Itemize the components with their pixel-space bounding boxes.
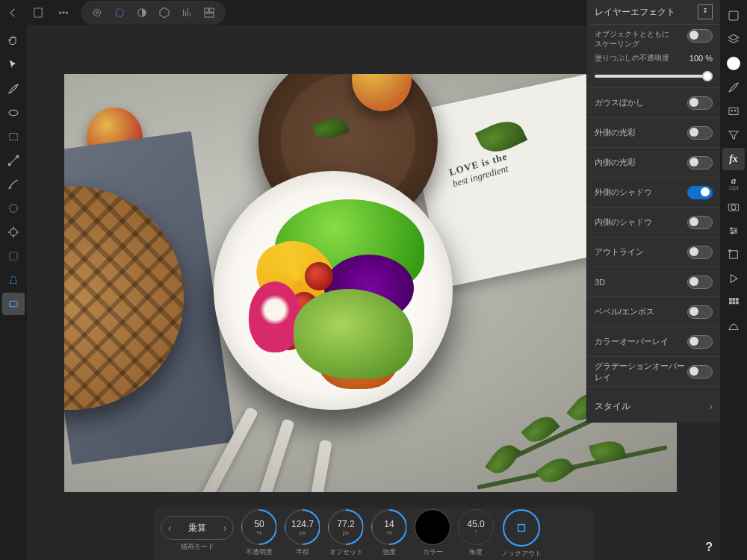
persona-develop[interactable] <box>131 2 152 23</box>
svg-rect-12 <box>10 134 18 140</box>
studio-panel-tabs: fx a12pt <box>720 0 747 560</box>
persona-export[interactable] <box>199 2 220 23</box>
svg-rect-31 <box>729 298 732 301</box>
svg-point-6 <box>116 9 124 17</box>
effect-toggle[interactable] <box>687 216 713 229</box>
effect-row[interactable]: 内側の光彩 <box>587 148 720 178</box>
fx-icon[interactable]: fx <box>722 148 745 170</box>
more-menu[interactable] <box>51 0 76 25</box>
svg-rect-20 <box>729 11 738 20</box>
chevron-right-icon[interactable]: › <box>217 522 233 534</box>
macros-play-icon[interactable] <box>722 267 745 290</box>
color-well[interactable] <box>415 509 450 545</box>
persona-switcher <box>81 1 226 25</box>
salad-plate <box>214 171 453 410</box>
persona-liquify[interactable] <box>109 2 130 23</box>
stock-icon[interactable] <box>722 100 745 122</box>
document[interactable]: LOVE is thebest ingredient <box>64 74 677 492</box>
svg-point-25 <box>731 205 736 210</box>
svg-rect-0 <box>34 8 43 17</box>
effect-row[interactable]: 外側の光彩 <box>587 118 720 148</box>
svg-rect-36 <box>736 302 739 305</box>
effect-row[interactable]: グラデーションオーバーレイ <box>587 357 720 387</box>
pin-button[interactable] <box>698 4 713 19</box>
color-icon[interactable] <box>722 52 745 75</box>
perspective-tool[interactable] <box>2 269 25 291</box>
text-styles-icon[interactable]: a12pt <box>722 172 745 194</box>
effect-toggle[interactable] <box>687 96 713 110</box>
effect-toggle[interactable] <box>687 365 713 379</box>
histogram-icon[interactable] <box>722 315 745 337</box>
move-tool[interactable] <box>2 54 25 76</box>
gradient-tool[interactable] <box>2 149 25 172</box>
effect-toggle[interactable] <box>687 156 713 169</box>
persona-tonemap[interactable] <box>154 2 175 23</box>
filter-icon[interactable] <box>722 124 745 146</box>
param-dial[interactable]: 50% <box>241 509 277 545</box>
svg-point-5 <box>96 12 99 14</box>
clone-tool[interactable] <box>2 173 25 196</box>
effect-toggle[interactable] <box>687 305 713 319</box>
chevron-left-icon[interactable]: ‹ <box>161 522 178 534</box>
effect-row[interactable]: ガウスぼかし <box>587 88 720 118</box>
svg-point-2 <box>63 12 64 13</box>
svg-point-16 <box>10 205 18 213</box>
brushes-icon[interactable] <box>722 76 745 99</box>
swatches-icon[interactable] <box>722 291 745 314</box>
chevron-right-icon: › <box>709 400 713 412</box>
persona-photo[interactable] <box>87 2 108 23</box>
effect-row[interactable]: 内側のシャドウ <box>587 208 720 237</box>
layer-effects-panel: レイヤーエフェクト オブジェクトとともに スケーリング 塗りつぶしの不透明度 1… <box>586 0 720 423</box>
selection-rect-tool[interactable] <box>2 125 25 148</box>
svg-point-28 <box>731 232 733 234</box>
knockout-button[interactable] <box>503 509 540 547</box>
svg-rect-32 <box>733 298 736 301</box>
panel-title: レイヤーエフェクト <box>595 6 698 19</box>
effect-toggle[interactable] <box>687 126 713 140</box>
styles-row[interactable]: スタイル › <box>587 390 720 423</box>
develop-tool[interactable] <box>2 197 25 220</box>
svg-rect-29 <box>730 251 738 259</box>
mesh-warp-tool[interactable] <box>2 245 25 267</box>
effect-row[interactable]: ベベル/エンボス <box>587 297 720 327</box>
camera-icon[interactable] <box>722 196 745 218</box>
blend-mode-selector[interactable]: ‹ 乗算 › <box>161 516 234 540</box>
effect-toggle[interactable] <box>687 335 713 349</box>
svg-rect-37 <box>518 525 525 532</box>
param-dial[interactable]: 124.7px <box>285 509 320 545</box>
tools-panel <box>0 25 27 560</box>
transform-icon[interactable] <box>722 243 745 266</box>
crop-tool[interactable] <box>2 221 25 243</box>
hand-tool[interactable] <box>2 30 25 52</box>
param-dial[interactable]: 45.0° <box>458 509 494 545</box>
param-dial[interactable]: 77.2px <box>328 509 364 545</box>
fill-opacity-label: 塗りつぶしの不透明度 <box>595 53 689 63</box>
effect-row[interactable]: 3D <box>587 267 720 297</box>
svg-point-23 <box>735 111 737 112</box>
effect-row[interactable]: アウトライン <box>587 237 720 267</box>
document-menu[interactable] <box>25 0 51 25</box>
layers-icon[interactable] <box>722 28 745 51</box>
selection-ellipse-tool[interactable] <box>2 102 25 124</box>
effect-row[interactable]: カラーオーバーレイ <box>587 327 720 357</box>
fill-opacity-slider[interactable] <box>595 69 713 83</box>
svg-rect-21 <box>729 108 738 115</box>
help-button[interactable]: ? <box>705 541 713 554</box>
svg-rect-33 <box>736 298 739 301</box>
effect-toggle[interactable] <box>687 246 713 259</box>
canvas-options-icon[interactable] <box>722 4 745 27</box>
effect-row[interactable]: 外側のシャドウ <box>587 178 720 208</box>
svg-rect-18 <box>10 252 18 261</box>
param-dial[interactable]: 14% <box>371 509 407 545</box>
persona-macros[interactable] <box>176 2 197 23</box>
brush-tool[interactable] <box>2 78 25 100</box>
svg-point-22 <box>731 111 733 112</box>
svg-point-17 <box>10 229 17 236</box>
effect-toggle[interactable] <box>687 276 713 289</box>
shape-tool[interactable] <box>2 293 25 315</box>
back-button[interactable] <box>0 0 25 25</box>
adjustments-icon[interactable] <box>722 220 745 242</box>
svg-point-3 <box>66 12 67 13</box>
scale-with-object-toggle[interactable] <box>687 29 713 43</box>
effect-toggle[interactable] <box>687 186 713 199</box>
